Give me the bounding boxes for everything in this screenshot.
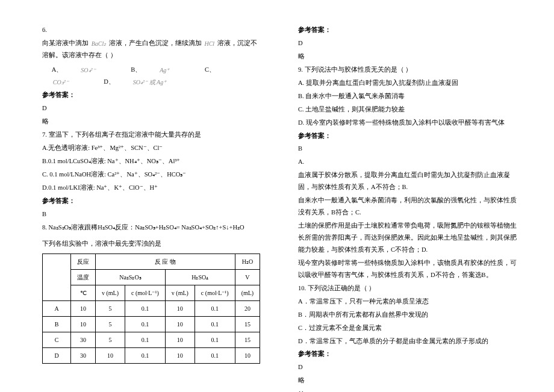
q11-number: 11.	[298, 388, 518, 392]
answer-label: 参考答案：	[42, 89, 262, 101]
q8-stem: 8. Na₂S₂O₃溶液跟稀H₂SO₄反应：Na₂SO₃+H₂SO₄= Na₂S…	[42, 222, 262, 234]
r1-answer: D	[298, 37, 518, 49]
q6-text-b: 溶液，产生白色沉淀，继续滴加	[109, 40, 202, 46]
table-row: D30100.1100.110	[43, 348, 260, 364]
q10-opt-c: C．过渡元素不全是金属元素	[298, 322, 518, 334]
q7-opt-d: D.0.1 mol/LKI溶液: Na⁺、K⁺、ClO⁻、H⁺	[42, 182, 262, 194]
q9-opt-a: A. 提取并分离血红蛋白时需先加入抗凝剂防止血液凝固	[298, 77, 518, 89]
q9-opt-c: C. 土地呈盐碱性，则其保肥能力较差	[298, 104, 518, 116]
q9-exp-3: 土壤的保肥作用是由于土壤胶粒通常带负电荷，吸附氮肥中的铵根等植物生长所需的营养阳…	[298, 220, 518, 256]
opt-b-val: Ag⁺	[160, 64, 169, 76]
table-header-row-1: 反应 反 应 物 H₂O	[43, 254, 260, 270]
q9-exp-2: 自来水中一般通入氯气来杀菌消毒，利用的次氯酸的强氧化性，与胶体性质没有关系，B符…	[298, 194, 518, 219]
table-cell: 10	[96, 348, 125, 364]
q6-text-a: 向某溶液中滴加	[42, 40, 89, 46]
table-row: C3050.1100.115	[43, 332, 260, 348]
q10-opt-b: B．周期表中所有元素都有从自然界中发现的	[298, 309, 518, 321]
th-vml-2: v (mL)	[165, 285, 195, 301]
opt-c-val: CO₃²⁻	[53, 76, 69, 88]
table-cell: 10	[71, 317, 96, 332]
th-temp: 温度	[71, 270, 96, 285]
q6-stem: 向某溶液中滴加 BaCl₂ 溶液，产生白色沉淀，继续滴加 HCl 溶液，沉淀不溶…	[42, 37, 262, 61]
table-cell: 0.1	[195, 317, 235, 332]
right-column: 参考答案： D 略 9. 下列说法中与胶体性质无关的是（ ） A. 提取并分离血…	[298, 24, 518, 386]
th-na2s2o3: Na₂S₂O₃	[96, 270, 166, 285]
q7-answer: B	[42, 208, 262, 220]
table-cell: 0.1	[195, 348, 235, 364]
opt-a-val: SO₄²⁻	[81, 64, 95, 76]
table-cell: 5	[96, 332, 125, 348]
q6-answer: D	[42, 102, 262, 114]
q8-sub: 下列各组实验中，溶液中最先变浑浊的是	[42, 238, 262, 250]
th-cmol-2: c (mol·L⁻¹)	[195, 285, 235, 301]
q9-answer: B	[298, 143, 518, 155]
q10-lue: 略	[298, 375, 518, 387]
th-h2o: H₂O	[235, 254, 260, 270]
table-cell: 10	[165, 301, 195, 317]
table-cell: 10	[165, 348, 195, 364]
table-cell: B	[43, 317, 71, 332]
q7-opt-b: B.0.1 mol/LCuSO₄溶液: Na⁺、NH₄⁺、NO₃⁻、Al³⁺	[42, 155, 262, 167]
table-body: A1050.1100.120B1050.1100.115C3050.1100.1…	[43, 301, 260, 364]
table-cell: 15	[235, 317, 260, 332]
formula-bacl2: BaCl₂	[92, 38, 107, 49]
opt-d-val: SO₄²⁻ 或 Ag⁺	[133, 76, 166, 88]
th-reaction: 反应	[71, 254, 96, 270]
table-cell: 30	[71, 332, 96, 348]
th-vml-1: v (mL)	[96, 285, 125, 301]
q10-stem: 10. 下列说法正确的是（ ）	[298, 282, 518, 294]
table-cell: 0.1	[125, 332, 166, 348]
q9-opt-d: D. 现今室内装修时常将一些特殊物质加入涂料中以吸收甲醛等有害气体	[298, 117, 518, 129]
th-ml: (mL)	[235, 285, 260, 301]
table-cell: D	[43, 348, 71, 364]
q7-opt-c: C. 0.1 mol/LNaOH溶液: Ca²⁺、Na⁺、SO₄²⁻、HCO₃⁻	[42, 169, 262, 181]
r1-lue: 略	[298, 51, 518, 63]
table-row: A1050.1100.120	[43, 301, 260, 317]
opt-d-label: D、	[104, 78, 115, 85]
q9-opt-b: B. 自来水中一般通入氯气来杀菌消毒	[298, 90, 518, 102]
q7-opt-a: A.无色透明溶液: Fe³⁺、Mg²⁺、SCN⁻、Cl⁻	[42, 142, 262, 154]
table-cell: 0.1	[125, 317, 166, 332]
table-header-row-2: 温度 Na₂S₂O₃ H₂SO₄ V	[43, 270, 260, 285]
answer-label: 参考答案：	[298, 130, 518, 142]
table-cell: 0.1	[195, 301, 235, 317]
q6-lue: 略	[42, 116, 262, 128]
q9-exp-a: A.	[298, 156, 518, 168]
th-cmol-1: c (mol·L⁻¹)	[125, 285, 166, 301]
table-cell: 0.1	[125, 348, 166, 364]
th-substance: 反 应 物	[96, 254, 235, 270]
q7-stem: 7. 室温下，下列各组离子在指定溶液中能大量共存的是	[42, 129, 262, 141]
table-header-row-3: ℃ v (mL) c (mol·L⁻¹) v (mL) c (mol·L⁻¹) …	[43, 285, 260, 301]
opt-b-label: B、	[131, 66, 142, 73]
table-cell: A	[43, 301, 71, 317]
q9-exp-4: 现今室内装修时常将一些特殊物质加入涂料中，该物质具有胶体的性质，可以吸收甲醛等有…	[298, 257, 518, 281]
th-h2so4: H₂SO₄	[165, 270, 235, 285]
q9-exp-1: 血液属于胶体分散系，提取并分离血红蛋白时需先加入抗凝剂防止血液凝固，与胶体性质有…	[298, 169, 518, 193]
table-cell: 10	[165, 317, 195, 332]
q6-number: 6.	[42, 24, 262, 36]
q6-options: A、SO₄²⁻ B、Ag⁺ C、CO₃²⁻ D、SO₄²⁻ 或 Ag⁺	[42, 64, 262, 88]
table-cell: 20	[235, 301, 260, 317]
q9-stem: 9. 下列说法中与胶体性质无关的是（ ）	[298, 64, 518, 76]
table-cell: 5	[96, 317, 125, 332]
q8-table: 反应 反 应 物 H₂O 温度 Na₂S₂O₃ H₂SO₄ V ℃ v (mL)…	[42, 254, 260, 364]
q10-opt-a: A．常温常压下，只有一种元素的单质呈液态	[298, 296, 518, 308]
th-tempunit: ℃	[71, 285, 96, 301]
opt-a-label: A、	[52, 66, 63, 73]
table-cell: 5	[96, 301, 125, 317]
answer-label: 参考答案：	[298, 24, 518, 36]
table-cell: C	[43, 332, 71, 348]
table-cell: 10	[235, 348, 260, 364]
answer-label: 参考答案：	[42, 195, 262, 207]
table-cell: 0.1	[125, 301, 166, 317]
q10-answer: D	[298, 361, 518, 373]
table-cell: 10	[71, 301, 96, 317]
table-cell: 10	[165, 332, 195, 348]
answer-label: 参考答案：	[298, 348, 518, 360]
th-v: V	[235, 270, 260, 285]
table-row: B1050.1100.115	[43, 317, 260, 332]
table-cell: 0.1	[195, 332, 235, 348]
opt-c-label: C、	[205, 66, 216, 73]
left-column: 6. 向某溶液中滴加 BaCl₂ 溶液，产生白色沉淀，继续滴加 HCl 溶液，沉…	[42, 24, 262, 386]
page-container: 6. 向某溶液中滴加 BaCl₂ 溶液，产生白色沉淀，继续滴加 HCl 溶液，沉…	[0, 0, 554, 392]
